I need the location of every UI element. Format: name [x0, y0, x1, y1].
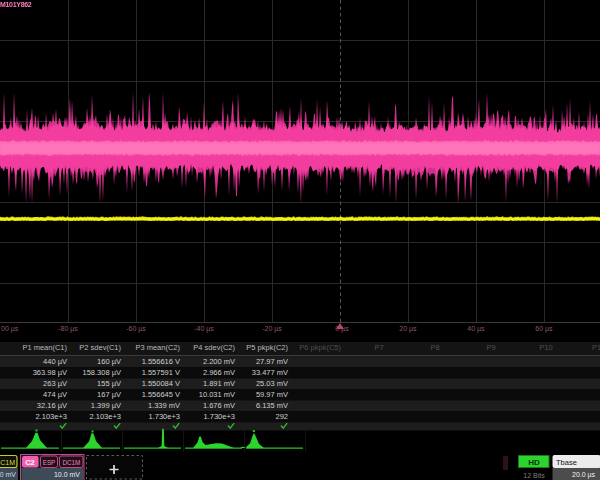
svg-text:60 µs: 60 µs	[535, 325, 553, 333]
svg-text:P7: P7	[374, 343, 383, 352]
svg-text:10.0 mV: 10.0 mV	[54, 471, 80, 478]
svg-text:1.550084 V: 1.550084 V	[142, 379, 180, 388]
svg-text:C2: C2	[25, 458, 35, 467]
svg-text:P4 sdev(C2): P4 sdev(C2)	[193, 343, 235, 352]
svg-text:P5 pkpk(C2): P5 pkpk(C2)	[246, 343, 288, 352]
svg-text:HD: HD	[528, 458, 540, 467]
svg-text:12 Bits: 12 Bits	[523, 472, 545, 479]
svg-text:.....: .....	[499, 345, 508, 351]
svg-text:1.556645 V: 1.556645 V	[142, 390, 180, 399]
svg-text:167 µV: 167 µV	[97, 390, 121, 399]
svg-text:158.308 µV: 158.308 µV	[82, 368, 121, 377]
svg-text:-60 µs: -60 µs	[126, 325, 146, 333]
svg-text:1.557591 V: 1.557591 V	[142, 368, 180, 377]
svg-text:1.891 mV: 1.891 mV	[203, 379, 235, 388]
svg-text:00 µs: 00 µs	[1, 325, 19, 333]
svg-text:P1: P1	[592, 343, 600, 352]
svg-text:40 µs: 40 µs	[467, 325, 485, 333]
svg-text:263 µV: 263 µV	[43, 379, 67, 388]
svg-text:33.477 mV: 33.477 mV	[252, 368, 288, 377]
svg-text:P9: P9	[486, 343, 495, 352]
svg-text:-40 µs: -40 µs	[194, 325, 214, 333]
svg-text:363.98 µV: 363.98 µV	[33, 368, 67, 377]
svg-text:2.103e+3: 2.103e+3	[36, 412, 68, 421]
svg-text:1.676 mV: 1.676 mV	[203, 401, 235, 410]
svg-text:P10: P10	[539, 343, 552, 352]
svg-text:.....: .....	[387, 345, 396, 351]
svg-text:59.97 mV: 59.97 mV	[256, 390, 288, 399]
svg-text:25.03 mV: 25.03 mV	[256, 379, 288, 388]
svg-text:-80 µs: -80 µs	[58, 325, 78, 333]
svg-text:P1 mean(C1): P1 mean(C1)	[22, 343, 67, 352]
svg-text:.....: .....	[443, 345, 452, 351]
svg-text:10.031 mV: 10.031 mV	[199, 390, 235, 399]
svg-text:P2 sdev(C1): P2 sdev(C1)	[79, 343, 121, 352]
svg-text:27.97 mV: 27.97 mV	[256, 357, 288, 366]
svg-text:20.0 µs: 20.0 µs	[572, 471, 596, 479]
svg-text:20 µs: 20 µs	[399, 325, 417, 333]
svg-text:474 µV: 474 µV	[43, 390, 67, 399]
svg-text:P3 mean(C2): P3 mean(C2)	[135, 343, 180, 352]
svg-text:Tbase: Tbase	[556, 458, 577, 467]
svg-text:32.16 µV: 32.16 µV	[37, 401, 67, 410]
svg-text:440 µV: 440 µV	[43, 357, 67, 366]
svg-text:1.339 mV: 1.339 mV	[148, 401, 180, 410]
svg-text:1.556616 V: 1.556616 V	[142, 357, 180, 366]
svg-text:2.966 mV: 2.966 mV	[203, 368, 235, 377]
svg-text:155 µV: 155 µV	[97, 379, 121, 388]
svg-text:ESP: ESP	[43, 459, 56, 466]
svg-text:C1M: C1M	[0, 459, 15, 466]
svg-text:P8: P8	[430, 343, 439, 352]
svg-text:1.730e+3: 1.730e+3	[204, 412, 236, 421]
svg-text:-20 µs: -20 µs	[262, 325, 282, 333]
svg-text:292: 292	[275, 412, 288, 421]
svg-text:160 µV: 160 µV	[97, 357, 121, 366]
svg-text:2.200 mV: 2.200 mV	[203, 357, 235, 366]
svg-text:6.135 mV: 6.135 mV	[256, 401, 288, 410]
svg-text:1.730e+3: 1.730e+3	[149, 412, 181, 421]
svg-text:1.399 µV: 1.399 µV	[91, 401, 121, 410]
svg-text:P6 pkpk(C5): P6 pkpk(C5)	[299, 343, 341, 352]
svg-text:.....: .....	[554, 345, 563, 351]
svg-text:2.103e+3: 2.103e+3	[90, 412, 122, 421]
svg-text:DC1M: DC1M	[62, 459, 80, 466]
svg-text:0 mV: 0 mV	[0, 471, 16, 478]
svg-text:M101Y862: M101Y862	[0, 1, 32, 8]
